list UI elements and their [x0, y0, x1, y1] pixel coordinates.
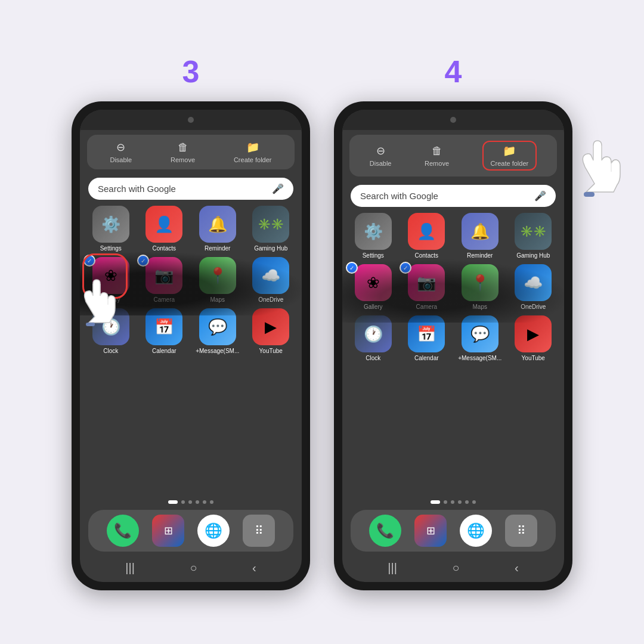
- settings-app-3[interactable]: ⚙️ Settings: [86, 206, 136, 252]
- gallery-app-3[interactable]: ❀ ✓ Gallery: [86, 257, 136, 304]
- dot-1-3: [168, 500, 178, 504]
- nav-back-4[interactable]: ‹: [515, 561, 519, 575]
- ctx-create-folder-4[interactable]: 📁 Create folder: [482, 141, 537, 171]
- message-icon-3: 💬: [199, 308, 236, 345]
- dot-4-4: [458, 500, 462, 504]
- calendar-label-4: Calendar: [414, 355, 439, 362]
- calendar-app-3[interactable]: 📅 Calendar: [140, 308, 190, 355]
- gallery-icon-3: ❀: [92, 257, 129, 294]
- dot-2-3: [181, 500, 185, 504]
- camera-icon-3: 📷: [145, 257, 182, 294]
- calendar-label-3: Calendar: [152, 348, 177, 355]
- reminder-label-4: Reminder: [467, 252, 493, 259]
- camera-icon-4: 📷: [408, 264, 445, 301]
- mic-icon-3: 🎤: [272, 183, 284, 194]
- context-menu-4: ⊖ Disable 🗑 Remove 📁 Create folder: [349, 135, 557, 177]
- onedrive-label-4: OneDrive: [521, 304, 546, 311]
- chrome-dock-4[interactable]: 🌐: [460, 515, 492, 547]
- dock-4: 📞 ⊞ 🌐 ⠿: [351, 510, 556, 552]
- ctx-remove-3[interactable]: 🗑 Remove: [171, 141, 195, 163]
- ctx-remove-4[interactable]: 🗑 Remove: [425, 145, 449, 167]
- reminder-label-3: Reminder: [205, 245, 230, 252]
- camera-app-3[interactable]: 📷 ✓ Camera: [140, 257, 190, 304]
- dot-6-3: [210, 500, 213, 504]
- create-folder-icon-4: 📁: [503, 144, 516, 157]
- camera-select-badge-4: ✓: [400, 262, 411, 274]
- maps-icon-4: 📍: [462, 264, 499, 301]
- search-bar-3[interactable]: Search with Google 🎤: [88, 178, 293, 200]
- contacts-icon-4: 👤: [408, 213, 445, 250]
- message-label-3: +Message(SM...: [196, 348, 239, 355]
- message-app-3[interactable]: 💬 +Message(SM...: [193, 308, 243, 355]
- app-grid-row3-4: 🕐 Clock 📅 Calendar 💬 +Message(SM... ▶ Yo…: [342, 315, 564, 362]
- settings-icon-4: ⚙️: [355, 213, 392, 250]
- search-bar-4[interactable]: Search with Google 🎤: [351, 185, 556, 207]
- contacts-app-3[interactable]: 👤 Contacts: [140, 206, 190, 252]
- camera-app-4[interactable]: 📷 ✓ Camera: [402, 264, 452, 311]
- maps-app-4[interactable]: 📍 Maps: [455, 264, 505, 311]
- camera-bar-4: [342, 110, 564, 130]
- gallery-select-badge-3: ✓: [83, 255, 95, 267]
- onedrive-app-3[interactable]: ☁️ OneDrive: [246, 257, 296, 304]
- gaming-icon-3: ✳️✳️: [252, 206, 289, 243]
- camera-dot-3: [188, 117, 194, 123]
- settings-icon-3: ⚙️: [92, 206, 129, 243]
- search-text-4: Search with Google: [360, 191, 438, 201]
- ctx-disable-4[interactable]: ⊖ Disable: [370, 144, 392, 167]
- apps-dock-4[interactable]: ⠿: [505, 515, 537, 547]
- dots-4: [342, 500, 564, 504]
- youtube-app-3[interactable]: ▶ YouTube: [246, 308, 296, 355]
- clock-label-4: Clock: [366, 355, 380, 362]
- ctx-disable-3[interactable]: ⊖ Disable: [110, 141, 132, 163]
- dot-3-4: [451, 500, 454, 504]
- settings-app-4[interactable]: ⚙️ Settings: [348, 213, 398, 259]
- phone-4-screen: ⊖ Disable 🗑 Remove 📁 Create folder Searc…: [342, 110, 564, 582]
- step-4-number: 4: [445, 54, 462, 89]
- nav-bar-3: ||| ○ ‹: [80, 556, 302, 582]
- apps-dock-3[interactable]: ⠿: [243, 515, 275, 547]
- contacts-label-4: Contacts: [415, 252, 438, 259]
- chrome-dock-3[interactable]: 🌐: [197, 515, 230, 547]
- reminder-app-4[interactable]: 🔔 Reminder: [455, 213, 505, 259]
- calendar-app-4[interactable]: 📅 Calendar: [402, 315, 452, 362]
- youtube-app-4[interactable]: ▶ YouTube: [509, 315, 559, 362]
- reminder-icon-4: 🔔: [462, 213, 499, 250]
- onedrive-app-4[interactable]: ☁️ OneDrive: [509, 264, 559, 311]
- step-4: 4 ⊖ Disable 🗑 Remove: [334, 54, 572, 590]
- clock-app-4[interactable]: 🕐 Clock: [348, 315, 398, 362]
- nav-recent-3[interactable]: |||: [125, 561, 135, 575]
- clock-app-3[interactable]: 🕐 Clock: [86, 308, 136, 355]
- camera-label-3: Camera: [153, 296, 175, 304]
- maps-app-3[interactable]: 📍 Maps: [193, 257, 243, 304]
- contacts-app-4[interactable]: 👤 Contacts: [402, 213, 452, 259]
- multiwindow-dock-4[interactable]: ⊞: [414, 515, 447, 547]
- gaming-app-4[interactable]: ✳️✳️ Gaming Hub: [509, 213, 559, 259]
- disable-icon-4: ⊖: [376, 144, 385, 157]
- maps-label-4: Maps: [473, 304, 487, 311]
- settings-label-4: Settings: [363, 252, 384, 259]
- clock-label-3: Clock: [103, 348, 118, 355]
- create-folder-icon-3: 📁: [246, 141, 259, 154]
- app-grid-row1-4: ⚙️ Settings 👤 Contacts 🔔 Reminder ✳️✳️ G…: [342, 213, 564, 259]
- nav-home-3[interactable]: ○: [190, 561, 197, 575]
- phone-3: ⊖ Disable 🗑 Remove 📁 Create folder Searc…: [72, 101, 310, 590]
- contacts-icon-3: 👤: [145, 206, 182, 243]
- message-label-4: +Message(SM...: [458, 355, 501, 362]
- phone-dock-4[interactable]: 📞: [369, 515, 401, 547]
- gallery-label-3: Gallery: [101, 296, 120, 304]
- message-icon-4: 💬: [462, 315, 499, 352]
- nav-recent-4[interactable]: |||: [388, 561, 397, 575]
- gaming-app-3[interactable]: ✳️✳️ Gaming Hub: [246, 206, 296, 252]
- dot-1-4: [431, 500, 440, 504]
- nav-home-4[interactable]: ○: [452, 561, 459, 575]
- gaming-label-3: Gaming Hub: [254, 245, 287, 252]
- svg-rect-7: [584, 192, 595, 197]
- phone-dock-3[interactable]: 📞: [107, 515, 139, 547]
- reminder-app-3[interactable]: 🔔 Reminder: [193, 206, 243, 252]
- disable-icon-3: ⊖: [116, 141, 125, 154]
- nav-back-3[interactable]: ‹: [252, 561, 256, 575]
- multiwindow-dock-3[interactable]: ⊞: [152, 515, 184, 547]
- message-app-4[interactable]: 💬 +Message(SM...: [455, 315, 505, 362]
- ctx-create-folder-3[interactable]: 📁 Create folder: [234, 141, 272, 163]
- gallery-app-4[interactable]: ❀ ✓ Gallery: [348, 264, 398, 311]
